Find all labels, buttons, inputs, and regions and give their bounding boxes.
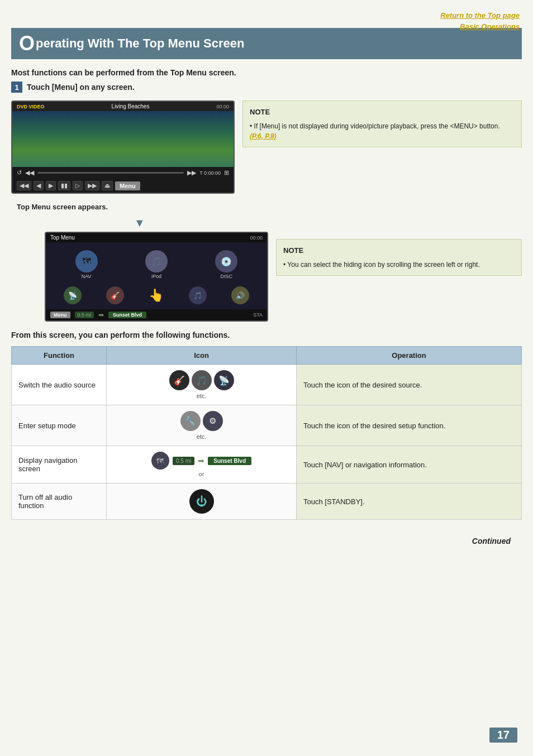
dvd-title: Living Beaches bbox=[49, 103, 212, 109]
note2-title: NOTE bbox=[283, 245, 515, 256]
audio-icon-2: 🎵 bbox=[192, 370, 212, 390]
icon-cell-1: 🎸 🎵 📡 etc. bbox=[107, 365, 297, 405]
ff-icon: ▶▶ bbox=[187, 169, 196, 176]
tm-small-icon-2: 🎸 bbox=[106, 286, 124, 304]
step-number: 1 bbox=[11, 82, 22, 93]
topmenu-area: ▼ Top Menu 00:00 🗺 NAV 🎵 iPod bbox=[11, 217, 268, 322]
rewind-icon: ◀◀ bbox=[25, 169, 34, 176]
step1-text: Touch [Menu] on any screen. bbox=[27, 83, 135, 92]
disc-circle-icon: 💿 bbox=[215, 250, 237, 272]
repeat-icon: ↺ bbox=[17, 169, 22, 176]
audio-icon-1: 🎸 bbox=[169, 370, 189, 390]
title-bar: O perating With The Top Menu Screen bbox=[11, 28, 522, 59]
dvd-topbar: DVD VIDEO Living Beaches 00:00 bbox=[12, 102, 234, 111]
section2-row: ▼ Top Menu 00:00 🗺 NAV 🎵 iPod bbox=[11, 217, 522, 322]
title-rest: perating With The Top Menu Screen bbox=[36, 36, 244, 51]
disc-label: DISC bbox=[221, 274, 233, 279]
icon-cell-3: 🗺 0.5 mi ➡ Sunset Blvd or bbox=[107, 446, 297, 484]
func-cell-4: Turn off all audio function bbox=[12, 484, 107, 520]
step-btn[interactable]: ▷ bbox=[73, 181, 83, 190]
hand-pointer-icon: 👆 bbox=[149, 288, 164, 303]
tm-nav-icon: 🗺 NAV bbox=[75, 250, 98, 279]
audio-icon-3: 📡 bbox=[214, 370, 234, 390]
tm-small-icon-3: 🎵 bbox=[189, 286, 207, 304]
tm-icons-row: 🗺 NAV 🎵 iPod 💿 DISC bbox=[46, 242, 267, 281]
setup-etc-text: etc. bbox=[113, 433, 289, 440]
nav-arrow-icon: ➡ bbox=[198, 456, 204, 465]
tm-bottombar: Menu 0.5 mi ➡ Sunset Blvd STA bbox=[46, 309, 267, 320]
tm-stan: STA bbox=[253, 312, 263, 318]
op-cell-3: Touch [NAV] or navigation information. bbox=[297, 446, 522, 484]
title-big-o: O bbox=[19, 34, 35, 54]
table-row: Switch the audio source 🎸 🎵 📡 etc. Touch… bbox=[12, 365, 522, 405]
func-cell-3: Display navigation screen bbox=[12, 446, 107, 484]
pause-btn[interactable]: ▮▮ bbox=[58, 181, 70, 190]
page-number: 17 bbox=[489, 728, 517, 743]
icon-cell-2: 🔧 ⚙ etc. bbox=[107, 405, 297, 446]
note1-link[interactable]: (P.6, P.8) bbox=[250, 132, 277, 140]
arrow-down-indicator: ▼ bbox=[11, 217, 268, 229]
menu-button[interactable]: Menu bbox=[115, 181, 140, 190]
setup-icon-2: ⚙ bbox=[203, 411, 223, 431]
expand-icon: ⊞ bbox=[224, 169, 229, 176]
nav-icon: 🗺 bbox=[151, 452, 169, 470]
tm-time: 00:00 bbox=[250, 235, 263, 241]
dvd-time: 00:00 bbox=[216, 104, 229, 109]
col-icon: Icon bbox=[107, 347, 297, 365]
table-row: Turn off all audio function ⏻ Touch [STA… bbox=[12, 484, 522, 520]
op-cell-4: Touch [STANDBY]. bbox=[297, 484, 522, 520]
ipod-circle-icon: 🎵 bbox=[145, 250, 168, 272]
page-container: O perating With The Top Menu Screen Most… bbox=[11, 28, 522, 546]
tm-small-icon-1: 📡 bbox=[64, 286, 82, 304]
tm-dist: 0.5 mi bbox=[75, 312, 94, 318]
audio-etc-text: etc. bbox=[113, 393, 289, 399]
tm-ipod-icon: 🎵 iPod bbox=[145, 250, 168, 279]
icon-cell-4: ⏻ bbox=[107, 484, 297, 520]
note1-text: If [Menu] is not displayed during video/… bbox=[250, 121, 515, 141]
eject-btn[interactable]: ⏏ bbox=[102, 181, 113, 190]
audio-icons-row: 🎸 🎵 📡 bbox=[113, 370, 289, 390]
screen-note-row-1: DVD VIDEO Living Beaches 00:00 ↺ ◀◀ ▶▶ T… bbox=[11, 101, 522, 194]
play-btn[interactable]: ▶ bbox=[46, 181, 56, 190]
return-top-link[interactable]: Return to the Top page bbox=[440, 10, 520, 21]
table-row: Display navigation screen 🗺 0.5 mi ➡ Sun… bbox=[12, 446, 522, 484]
ipod-label: iPod bbox=[151, 274, 161, 279]
dvd-screen: DVD VIDEO Living Beaches 00:00 ↺ ◀◀ ▶▶ T… bbox=[11, 101, 235, 194]
func-cell-2: Enter setup mode bbox=[12, 405, 107, 446]
dvd-logo: DVD VIDEO bbox=[17, 104, 45, 109]
skip-back-btn[interactable]: ◀◀ bbox=[17, 181, 31, 190]
nav-icons-row: 🗺 0.5 mi ➡ Sunset Blvd bbox=[113, 452, 289, 470]
func-cell-1: Switch the audio source bbox=[12, 365, 107, 405]
tm-label: Top Menu bbox=[50, 235, 75, 241]
dvd-buttons-row: ◀◀ ◀ ▶ ▮▮ ▷ ▶▶ ⏏ Menu bbox=[12, 179, 234, 193]
tm-disc-icon: 💿 DISC bbox=[215, 250, 237, 279]
setup-icons-row: 🔧 ⚙ bbox=[113, 411, 289, 431]
col-function: Function bbox=[12, 347, 107, 365]
col-operation: Operation bbox=[297, 347, 522, 365]
note-box-1: NOTE If [Menu] is not displayed during v… bbox=[242, 101, 522, 147]
tm-menu-btn: Menu bbox=[50, 312, 70, 318]
topmenu-screen: Top Menu 00:00 🗺 NAV 🎵 iPod 💿 DISC bbox=[45, 232, 268, 322]
prev-btn[interactable]: ◀ bbox=[34, 181, 44, 190]
dvd-time-display: T 0:00:00 bbox=[199, 170, 221, 176]
nav-circle-icon: 🗺 bbox=[75, 250, 98, 272]
note-box-2: NOTE You can select the hiding icon by s… bbox=[276, 239, 522, 276]
continued-text: Continued bbox=[11, 537, 511, 546]
tm-arrow-icon: ➡ bbox=[98, 311, 104, 319]
op-cell-1: Touch the icon of the desired source. bbox=[297, 365, 522, 405]
tm-small-icon-4: 🔊 bbox=[231, 286, 249, 304]
table-row: Enter setup mode 🔧 ⚙ etc. Touch the icon… bbox=[12, 405, 522, 446]
standby-icon: ⏻ bbox=[189, 489, 214, 514]
step1-label: 1 Touch [Menu] on any screen. bbox=[11, 82, 135, 93]
nav-dist: 0.5 mi bbox=[173, 457, 194, 465]
note2-text: You can select the hiding icon by scroll… bbox=[283, 260, 515, 270]
tm-topbar: Top Menu 00:00 bbox=[46, 233, 267, 242]
next-btn[interactable]: ▶▶ bbox=[85, 181, 99, 190]
op-cell-2: Touch the icon of the desired setup func… bbox=[297, 405, 522, 446]
tm-street: Sunset Blvd bbox=[108, 312, 146, 318]
nav-street: Sunset Blvd bbox=[208, 457, 251, 465]
note1-title: NOTE bbox=[250, 107, 515, 118]
nav-or-text: or bbox=[113, 471, 289, 477]
basic-ops-link[interactable]: Basic Operations bbox=[440, 21, 520, 32]
tm-small-icons-row: 📡 🎸 👆 🎵 🔊 bbox=[46, 281, 267, 309]
